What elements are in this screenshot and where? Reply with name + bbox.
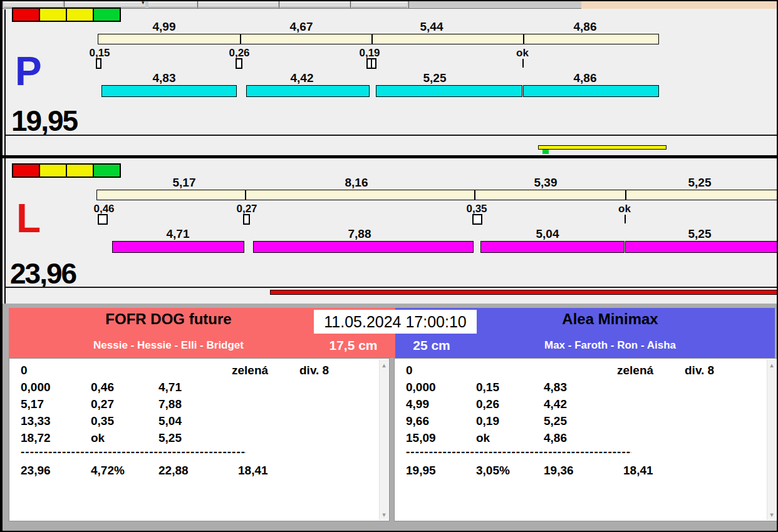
division: div. 8 (685, 364, 714, 377)
separator-dashes: ----------------------------------------… (406, 445, 631, 459)
run-time: 4,86 (547, 71, 623, 85)
table-cell: ok (91, 431, 105, 445)
light-yellow-1 (39, 8, 67, 22)
toolbar-segment (65, 2, 145, 8)
table-cell: 18,72 (21, 431, 51, 445)
total-ref: 18,41 (623, 464, 653, 478)
change-time: 0,15 (75, 47, 125, 59)
progress-bar-red (270, 290, 778, 295)
run-bar (246, 85, 370, 97)
color-note: zelená (232, 364, 268, 377)
ok-tick (522, 59, 524, 68)
results-table-left[interactable]: 0 zelená div. 8 0,000 0,46 4,71 5,17 0,2… (9, 358, 390, 521)
table-cell: ok (476, 431, 490, 445)
team-name: FOFR DOG future (31, 310, 306, 328)
table-cell: 9,66 (406, 414, 429, 428)
table-cell: 4,83 (544, 381, 567, 394)
scroll-up-icon[interactable]: ▴ (380, 361, 388, 369)
total-time-l: 23,96 (10, 259, 76, 288)
run-bar (101, 85, 237, 97)
change-time: 0,35 (452, 203, 502, 215)
change-marker-double (366, 58, 376, 69)
table-cell: 4,71 (158, 381, 182, 394)
change-time: 0,26 (214, 47, 264, 59)
toolbar-segment (148, 2, 197, 8)
progress-mark-green (542, 150, 549, 154)
run-time: 4,71 (140, 227, 215, 241)
jump-height: 17,5 cm (316, 338, 391, 353)
run-time: 4,42 (264, 71, 340, 85)
tip-time: 4,67 (264, 20, 339, 34)
jump-height: 25 cm (400, 338, 463, 353)
run-bar (376, 85, 522, 97)
table-cell: 15,09 (406, 431, 436, 445)
run-time: 5,04 (510, 227, 585, 241)
light-green (93, 163, 121, 178)
tip-bar-divider (240, 34, 241, 44)
run-bar (523, 85, 659, 97)
team-dogs: Max - Faroth - Ron - Aisha (479, 339, 742, 352)
table-cell: 5,04 (158, 414, 182, 428)
total-ref: 18,41 (238, 464, 268, 478)
total-time-p: 19,95 (11, 106, 77, 135)
table-cell: 5,25 (158, 431, 182, 445)
table-cell: 0,000 (406, 381, 436, 394)
total-net: 19,36 (544, 464, 574, 478)
table-cell: 5,25 (544, 414, 567, 428)
scrollbar[interactable]: ▴ ▾ (767, 359, 776, 520)
toolbar-right-area (581, 1, 778, 9)
run-time: 5,25 (397, 71, 472, 85)
light-green (93, 8, 121, 22)
tip-time: 4,99 (127, 20, 202, 34)
status-lights-l (12, 163, 120, 178)
tip-time: 5,39 (508, 176, 583, 190)
change-marker (96, 58, 101, 69)
run-time: 4,83 (127, 71, 202, 85)
table-cell: 4,86 (544, 431, 567, 445)
table-cell: 7,88 (158, 397, 182, 411)
toolbar-divider (408, 1, 409, 8)
lane-letter-p: P (15, 51, 42, 91)
tip-bar-divider (371, 34, 373, 44)
run-bar (625, 241, 778, 253)
toolbar-segment (351, 2, 407, 8)
change-time: 0,19 (345, 47, 395, 59)
table-cell: 4,42 (544, 397, 567, 411)
scroll-down-icon[interactable]: ▾ (767, 510, 776, 519)
color-note: zelená (617, 364, 653, 377)
progress-bar-yellow (538, 145, 666, 150)
tip-time: 4,86 (547, 20, 623, 34)
tip-time: 5,17 (147, 176, 222, 190)
scrollbar[interactable]: ▴ ▾ (379, 359, 388, 520)
change-time: ok (497, 47, 547, 59)
toolbar-segment (4, 2, 63, 8)
table-cell: 0,27 (91, 397, 114, 411)
tip-bar-divider (245, 190, 246, 200)
table-cell: 0,46 (91, 381, 114, 394)
run-time: 7,88 (322, 227, 397, 241)
run-bar (253, 241, 474, 253)
scroll-down-icon[interactable]: ▾ (380, 510, 388, 519)
change-time: 0,27 (222, 203, 272, 215)
light-red (12, 8, 40, 22)
toolbar-segment (199, 2, 278, 8)
tip-bar-l (96, 190, 778, 200)
scroll-up-icon[interactable]: ▴ (767, 361, 776, 369)
run-bar (480, 241, 625, 253)
panel-separator (3, 155, 778, 158)
total-time: 19,95 (406, 464, 436, 478)
table-cell: 0,26 (476, 397, 499, 411)
tip-bar-divider (625, 190, 626, 200)
total-percent: 4,72% (91, 464, 125, 478)
timing-app-window: ▾ P 4,99 4,67 5,44 4,86 0,15 0,26 0,19 o… (0, 0, 778, 532)
light-yellow-2 (66, 163, 94, 178)
tip-bar-divider (474, 190, 475, 200)
divider-line (6, 287, 778, 288)
team-dogs: Nessie - Hessie - Elli - Bridget (31, 339, 306, 352)
results-table-right[interactable]: 0 zelená div. 8 0,000 0,15 4,83 4,99 0,2… (394, 358, 777, 521)
toolbar-divider (279, 1, 279, 8)
toolbar-segment (280, 2, 350, 8)
dropdown-arrow-icon[interactable]: ▾ (142, 0, 145, 6)
change-marker (243, 214, 250, 225)
table-cell: 5,17 (21, 397, 44, 411)
